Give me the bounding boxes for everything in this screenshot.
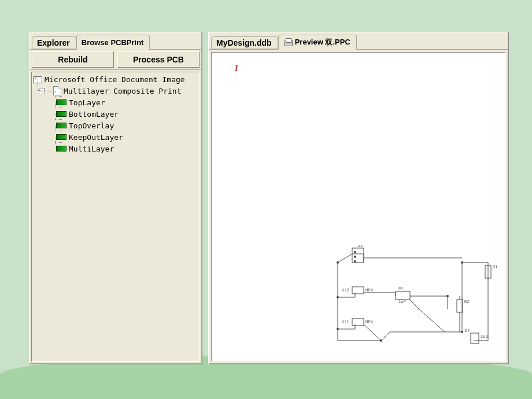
tab-preview-label: Preview 双.PPC	[295, 37, 350, 47]
tree-root-label: Microsoft Office Document Image	[45, 75, 185, 84]
label-r2: R2	[464, 300, 469, 304]
svg-point-10	[337, 261, 339, 264]
label-led: LED	[481, 334, 488, 339]
toolbar: Rebuild Process PCB	[29, 50, 202, 70]
svg-point-16	[380, 339, 382, 342]
label-uf: 1uF	[398, 300, 406, 304]
label-p1: P?	[398, 287, 403, 291]
left-tab-bar: Explorer Browse PCBPrint	[29, 32, 202, 50]
svg-point-12	[337, 328, 339, 330]
rebuild-button[interactable]: Rebuild	[32, 51, 114, 68]
tree-layer-multi[interactable]: MultiLayer	[33, 143, 200, 154]
label-npn1: NPN	[365, 288, 373, 293]
tree-connector	[55, 125, 62, 131]
layer-tree[interactable]: Microsoft Office Document Image − Multil…	[31, 72, 200, 362]
svg-point-5	[354, 256, 356, 258]
label-u1: U?1	[342, 320, 349, 324]
tab-browse-pcbprint[interactable]: Browse PCBPrint	[76, 35, 150, 50]
explorer-panel: Explorer Browse PCBPrint Rebuild Process…	[29, 32, 202, 364]
svg-rect-2	[471, 333, 479, 343]
layer-label: MultiLayer	[69, 145, 114, 153]
svg-point-11	[337, 296, 339, 298]
printer-icon	[283, 38, 293, 46]
layer-label: TopLayer	[69, 98, 105, 107]
tree-root[interactable]: Microsoft Office Document Image	[33, 73, 200, 85]
layer-label: KeepOutLayer	[69, 133, 123, 142]
tab-mydesign[interactable]: MyDesign.ddb	[211, 36, 278, 49]
label-u2: U?2	[342, 288, 349, 293]
svg-point-4	[354, 252, 356, 253]
svg-point-14	[461, 331, 463, 333]
tree-connector-h	[47, 91, 51, 91]
label-d1: D?	[465, 328, 470, 333]
preview-panel: MyDesign.ddb Preview 双.PPC I	[208, 32, 509, 364]
layer-icon	[56, 146, 66, 152]
svg-point-6	[354, 261, 356, 263]
layer-label: BottomLayer	[69, 110, 119, 119]
tree-connector	[55, 137, 56, 149]
svg-point-15	[461, 261, 463, 264]
svg-rect-3	[352, 248, 364, 263]
tab-explorer[interactable]: Explorer	[32, 36, 76, 49]
tree-connector	[55, 102, 62, 108]
tree-connector	[55, 114, 62, 120]
layer-label: TopOverlay	[69, 121, 114, 130]
app-window: Explorer Browse PCBPrint Rebuild Process…	[29, 32, 509, 364]
tree-connector	[38, 79, 45, 91]
svg-rect-7	[352, 287, 364, 294]
pcb-schematic: J1 R1 U?2 NPN U?1 NPN P? 1uF R2 D? LED	[326, 245, 500, 361]
tree-connector	[55, 137, 62, 143]
right-tab-bar: MyDesign.ddb Preview 双.PPC	[209, 32, 508, 50]
label-npn2: NPN	[365, 320, 373, 324]
cursor-marker: I	[235, 64, 238, 73]
preview-canvas[interactable]: I	[211, 52, 506, 361]
label-j1: J1	[358, 245, 363, 248]
svg-rect-9	[396, 291, 410, 300]
label-r1: R1	[493, 265, 497, 269]
process-pcb-button[interactable]: Process PCB	[117, 51, 200, 68]
tab-preview[interactable]: Preview 双.PPC	[278, 35, 357, 50]
tree-composite-label: Multilayer Composite Print	[64, 87, 182, 95]
svg-rect-8	[352, 319, 364, 326]
tree-connector	[55, 91, 62, 97]
svg-point-13	[446, 295, 449, 297]
